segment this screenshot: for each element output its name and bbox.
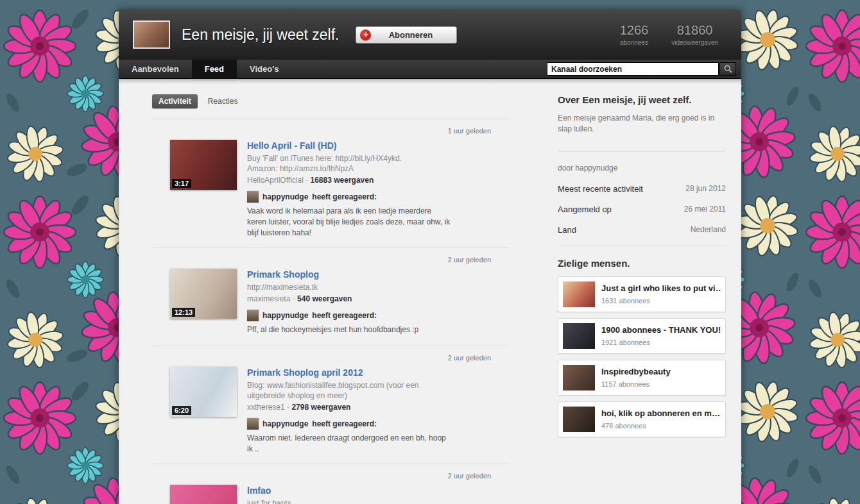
channel-content: Activiteit Reacties 1 uur geleden 3:17 H…: [119, 79, 741, 504]
featured-channel-card[interactable]: Inspiredbybeauty 1157 abonnees: [558, 360, 726, 396]
channel-subscribers: 1631 abonnees: [601, 297, 721, 305]
video-meta: xxtherese1 · 2798 weergaven: [247, 403, 506, 412]
duration-badge: 6:20: [172, 406, 191, 415]
stat-label: videoweergaven: [671, 39, 718, 46]
detail-value: 28 jun 2012: [685, 184, 726, 194]
tab-videos[interactable]: Video's: [237, 60, 291, 78]
sidebar: Over Een meisje, jij weet zelf. Een meis…: [558, 94, 726, 443]
comment-header: happynudge heeft gereageerd:: [247, 191, 506, 203]
video-channel: maximesieta: [247, 294, 290, 303]
item-body: lmfao just for bants: [152, 485, 509, 504]
card-text: Just a girl who likes to put vi… 1631 ab…: [601, 281, 721, 307]
channel-thumbnail: [563, 323, 595, 349]
commenter-avatar: [247, 310, 259, 321]
subscribe-button[interactable]: + Abonneren: [356, 26, 457, 44]
video-title-link[interactable]: lmfao: [247, 485, 271, 496]
video-meta: maximesieta · 540 weergaven: [247, 294, 506, 303]
video-thumbnail[interactable]: 6:20: [170, 367, 237, 417]
stat-value: 81860: [671, 23, 718, 38]
featured-channel-card[interactable]: hoi, klik op abonneren en m… 476 abonnee…: [558, 401, 726, 437]
channel-name: Inspiredbybeauty: [601, 367, 671, 376]
detail-row: Meest recente activiteit 28 jun 2012: [558, 184, 726, 194]
meta-separator: ·: [293, 294, 295, 303]
comment-action: heeft gereageerd:: [312, 192, 377, 201]
video-title-link[interactable]: Hello April - Fall (HD): [247, 140, 336, 151]
channel-owner: door happynudge: [558, 164, 726, 172]
channel-thumbnail: [563, 407, 595, 432]
comment-author[interactable]: happynudge: [262, 419, 308, 428]
video-title-link[interactable]: Primark Shoplog: [247, 269, 319, 280]
comment-author[interactable]: happynudge: [262, 192, 308, 201]
comment-text: Waarom niet. Iedereen draagt ondergoed e…: [247, 433, 452, 455]
detail-row: Aangemeld op 26 mei 2011: [558, 205, 726, 214]
feed-tab-activiteit[interactable]: Activiteit: [152, 94, 198, 108]
meta-separator: ·: [287, 403, 289, 412]
channel-page: Een meisje, jij weet zelf. + Abonneren 1…: [119, 10, 741, 504]
comment-action: heeft gereageerd:: [312, 419, 377, 428]
search-input[interactable]: [547, 62, 719, 76]
channel-avatar: [133, 21, 170, 49]
channel-stats: 1266 abonnees 81860 videoweergaven: [620, 23, 727, 46]
detail-label: Meest recente activiteit: [558, 184, 643, 194]
video-channel: HelloAprilOfficial: [247, 176, 304, 185]
stat-label: abonnees: [620, 39, 649, 46]
featured-channel-card[interactable]: 1900 abonnees - THANK YOU! 1921 abonnees: [558, 318, 726, 354]
meta-separator: ·: [305, 176, 308, 185]
detail-value: Nederland: [691, 225, 726, 235]
item-body: 3:17 Hello April - Fall (HD) Buy 'Fall' …: [152, 140, 509, 248]
video-title-link[interactable]: Primark Shoplog april 2012: [247, 367, 363, 378]
stat-value: 1266: [620, 23, 649, 38]
video-description: Blog: www.fashionistalifee.blogspot.com …: [247, 380, 459, 401]
comment-header: happynudge heeft gereageerd:: [247, 310, 506, 321]
item-timestamp: 1 uur geleden: [152, 127, 509, 135]
featured-channel-card[interactable]: Just a girl who likes to put vi… 1631 ab…: [558, 276, 726, 312]
video-views: 2798 weergaven: [291, 403, 350, 412]
tab-feed[interactable]: Feed: [192, 60, 237, 78]
commenter-avatar: [247, 191, 259, 203]
channel-thumbnail: [563, 365, 595, 391]
stat-video-views: 81860 videoweergaven: [671, 23, 718, 46]
video-description: just for bants: [247, 498, 459, 504]
stat-subscribers: 1266 abonnees: [620, 23, 649, 46]
comment-text: Vaak word ik helemaal para als ik een li…: [247, 206, 452, 238]
detail-row: Land Nederland: [558, 225, 726, 235]
feed-item: 2 uur geleden 6:20 Primark Shoplog april…: [152, 346, 509, 464]
duration-badge: 12:13: [172, 308, 195, 317]
feed-tab-reacties[interactable]: Reacties: [208, 97, 238, 106]
comment-text: Pff, al die hockeymeisjes met hun hoofdb…: [247, 324, 452, 335]
item-text: Primark Shoplog april 2012 Blog: www.fas…: [247, 367, 506, 455]
video-description: http://maximesieta.tk: [247, 282, 459, 292]
card-text: Inspiredbybeauty 1157 abonnees: [601, 365, 671, 391]
item-text: Primark Shoplog http://maximesieta.tk ma…: [247, 269, 506, 337]
comment-author[interactable]: happynudge: [262, 311, 308, 320]
channel-name: Just a girl who likes to put vi…: [601, 283, 721, 293]
feed-item: 2 uur geleden lmfao just for bants: [152, 464, 509, 504]
video-thumbnail[interactable]: 12:13: [170, 269, 237, 319]
video-views: 16883 weergaven: [311, 176, 374, 185]
video-thumbnail[interactable]: 3:17: [170, 140, 237, 190]
tab-aanbevolen[interactable]: Aanbevolen: [119, 60, 192, 78]
channel-subscribers: 476 abonnees: [601, 422, 720, 430]
channel-thumbnail: [563, 281, 595, 307]
item-timestamp: 2 uur geleden: [152, 354, 509, 362]
detail-label: Aangemeld op: [558, 205, 612, 214]
feed-tabs: Activiteit Reacties: [152, 93, 509, 110]
item-timestamp: 2 uur geleden: [152, 472, 509, 480]
item-body: 6:20 Primark Shoplog april 2012 Blog: ww…: [152, 367, 509, 464]
featured-channels-title: Zielige mensen.: [558, 258, 726, 269]
item-text: Hello April - Fall (HD) Buy 'Fall' on iT…: [247, 140, 506, 239]
channel-subscribers: 1157 abonnees: [601, 380, 671, 388]
channel-navbar: Aanbevolen Feed Video's: [119, 60, 741, 79]
video-channel: xxtherese1: [247, 403, 285, 412]
about-text: Een meisje genaamd Maria, die erg goed i…: [558, 113, 718, 135]
divider: [558, 151, 726, 152]
item-timestamp: 2 uur geleden: [152, 256, 509, 264]
feed-item: 2 uur geleden 12:13 Primark Shoplog http…: [152, 248, 509, 346]
video-meta: HelloAprilOfficial · 16883 weergaven: [247, 176, 506, 185]
channel-name: hoi, klik op abonneren en m…: [601, 408, 720, 418]
search-icon: [724, 65, 732, 73]
comment-action: heeft gereageerd:: [312, 311, 377, 320]
search-button[interactable]: [719, 62, 736, 76]
card-text: 1900 abonnees - THANK YOU! 1921 abonnees: [601, 323, 721, 349]
video-thumbnail[interactable]: [170, 485, 237, 504]
